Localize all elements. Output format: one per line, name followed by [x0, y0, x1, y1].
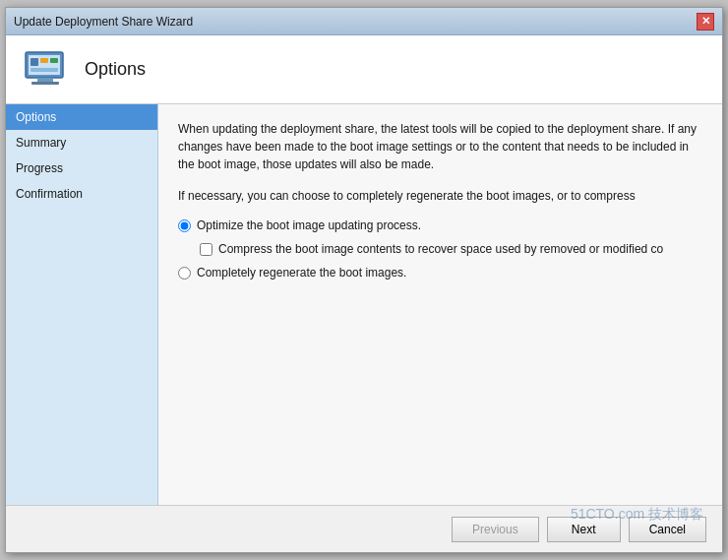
svg-rect-6	[40, 58, 48, 63]
compress-label[interactable]: Compress the boot image contents to reco…	[218, 242, 663, 256]
wizard-window: Update Deployment Share Wizard ✕ Options	[5, 7, 723, 553]
option-group: Optimize the boot image updating process…	[178, 218, 702, 280]
svg-rect-5	[30, 58, 38, 66]
close-button[interactable]: ✕	[697, 13, 714, 31]
main-content: When updating the deployment share, the …	[158, 104, 722, 505]
title-bar-text: Update Deployment Share Wizard	[14, 15, 193, 29]
content-area: Options Summary Progress Confirmation Wh…	[6, 104, 722, 505]
computer-icon	[22, 46, 69, 93]
optimize-option: Optimize the boot image updating process…	[178, 218, 702, 232]
compress-option: Compress the boot image contents to reco…	[200, 242, 702, 256]
sidebar-item-confirmation[interactable]: Confirmation	[6, 181, 157, 207]
compress-checkbox[interactable]	[200, 243, 212, 256]
description-text-1: When updating the deployment share, the …	[178, 120, 702, 173]
regenerate-label[interactable]: Completely regenerate the boot images.	[197, 266, 406, 280]
previous-button[interactable]: Previous	[452, 517, 539, 542]
svg-rect-4	[31, 82, 59, 85]
optimize-radio[interactable]	[178, 219, 191, 232]
regenerate-option: Completely regenerate the boot images.	[178, 266, 702, 280]
optimize-label[interactable]: Optimize the boot image updating process…	[197, 218, 421, 232]
sidebar-item-summary[interactable]: Summary	[6, 130, 157, 156]
title-bar: Update Deployment Share Wizard ✕	[6, 8, 722, 35]
sidebar: Options Summary Progress Confirmation	[6, 104, 158, 505]
wizard-header: Options	[6, 35, 722, 104]
regenerate-radio[interactable]	[178, 267, 191, 280]
svg-rect-3	[37, 78, 53, 82]
footer: Previous Next Cancel	[6, 505, 722, 552]
svg-rect-8	[30, 68, 58, 72]
header-title: Options	[85, 59, 146, 80]
next-button[interactable]: Next	[547, 517, 621, 542]
sidebar-item-progress[interactable]: Progress	[6, 156, 157, 181]
svg-rect-7	[50, 58, 58, 63]
sidebar-item-options[interactable]: Options	[6, 104, 157, 130]
cancel-button[interactable]: Cancel	[629, 517, 706, 542]
description-text-2: If necessary, you can choose to complete…	[178, 187, 702, 205]
